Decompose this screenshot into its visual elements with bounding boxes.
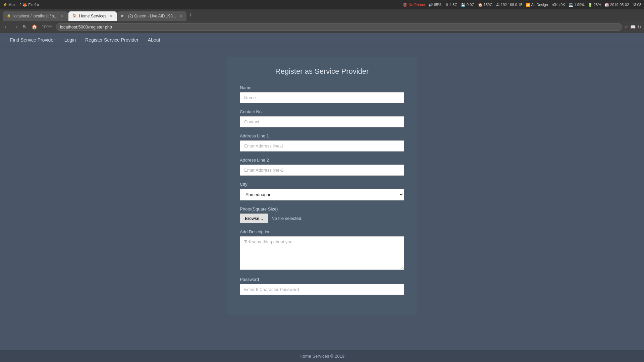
browse-button[interactable]: Browse...	[240, 214, 268, 223]
tab-favicon-queen: ▶	[121, 14, 126, 18]
zoom-level: 100%	[41, 24, 54, 29]
disk-status: 💾 0.0G	[461, 3, 475, 7]
ip-status: 🖧 192.168.0.15	[496, 3, 522, 7]
register-form-card: Register as Service Provider Name Contac…	[226, 57, 418, 314]
address1-field-group: Address Line 1	[240, 133, 404, 152]
batt-percent: 🔋 28%	[588, 3, 601, 7]
tabs-bar: 🔒 localhost / localhost / s... ✕ 🏠 Home …	[0, 9, 644, 21]
address1-input[interactable]	[240, 140, 404, 152]
address2-input[interactable]	[240, 165, 404, 176]
form-title: Register as Service Provider	[240, 67, 404, 76]
net-status: ↑0K ↓0K	[551, 3, 565, 7]
tab-label-localhost: localhost / localhost / s...	[13, 14, 57, 18]
tab-label-home: Home Services	[79, 14, 106, 18]
home-button[interactable]: 🏠	[30, 23, 39, 30]
url-input[interactable]	[56, 23, 622, 31]
description-label: Add Description	[240, 229, 404, 234]
reload-button[interactable]: ↻	[21, 23, 28, 30]
description-field-group: Add Description	[240, 229, 404, 271]
cpu-status: 💻 1.99%	[569, 3, 585, 7]
title-bar: ⚡ Main 2 🦊 Firefox 📵 No Phone 🔊 85% 🖥 4.…	[0, 0, 644, 9]
footer-text: Home Services © 2019	[300, 354, 344, 359]
name-label: Name	[240, 85, 404, 90]
browser-toolbar-icons: ☆ 📖 ↻	[624, 24, 641, 29]
address-bar: ← → ↻ 🏠 100% ☆ 📖 ↻	[0, 21, 644, 33]
page-content: Register as Service Provider Name Contac…	[0, 47, 644, 349]
storage-status: 🏠 159G	[478, 3, 493, 7]
name-field-group: Name	[240, 85, 404, 103]
browser-chrome: ⚡ Main 2 🦊 Firefox 📵 No Phone 🔊 85% 🖥 4.…	[0, 0, 644, 33]
photo-field-group: Photo(Square Size) Browse... No file sel…	[240, 206, 404, 223]
nav-find-service[interactable]: Find Service Provider	[5, 35, 60, 45]
nav-about[interactable]: About	[143, 35, 165, 45]
contact-field-group: Contact No.	[240, 109, 404, 127]
reader-mode-icon[interactable]: 📖	[630, 24, 636, 29]
tab-queen[interactable]: ▶ (2) Queen - Live AID 198... ✕	[117, 11, 186, 21]
tab-favicon-localhost: 🔒	[7, 14, 11, 18]
memory-status: 🖥 4.8G	[445, 3, 458, 7]
title-bar-left: ⚡ Main 2 🦊 Firefox	[3, 3, 40, 7]
wifi-status: 📶 As Design	[526, 3, 548, 7]
nav-menu: Find Service Provider Login Register Ser…	[0, 33, 644, 47]
battery-status: 🔊 85%	[428, 3, 441, 7]
no-phone-status: 📵 No Phone	[403, 3, 425, 7]
password-label: Password	[240, 277, 404, 282]
tab-home-services[interactable]: 🏠 Home Services ✕	[68, 11, 117, 21]
forward-button[interactable]: →	[12, 23, 19, 30]
password-field-group: Password	[240, 277, 404, 295]
tab-close-localhost[interactable]: ✕	[61, 14, 64, 18]
contact-input[interactable]	[240, 116, 404, 127]
sync-icon[interactable]: ↻	[638, 24, 641, 29]
name-input[interactable]	[240, 92, 404, 103]
address1-label: Address Line 1	[240, 133, 404, 138]
footer: Home Services © 2019	[0, 350, 644, 362]
title-bar-right: 📵 No Phone 🔊 85% 🖥 4.8G 💾 0.0G 🏠 159G 🖧 …	[403, 3, 641, 7]
new-tab-button[interactable]: +	[187, 12, 195, 19]
photo-label: Photo(Square Size)	[240, 206, 404, 212]
no-file-text: No file selected.	[271, 216, 303, 221]
city-select[interactable]: Ahmednagar Mumbai Pune Nashik Nagpur	[240, 189, 404, 200]
city-label: City	[240, 182, 404, 187]
bookmark-star-icon[interactable]: ☆	[624, 24, 628, 29]
contact-label: Contact No.	[240, 109, 404, 114]
city-field-group: City Ahmednagar Mumbai Pune Nashik Nagpu…	[240, 182, 404, 200]
file-upload-row: Browse... No file selected.	[240, 214, 404, 223]
back-button[interactable]: ←	[3, 23, 10, 30]
datetime-status: 📅 2019-05-02 13:08	[604, 3, 641, 7]
address2-field-group: Address Line 2	[240, 158, 404, 176]
nav-login[interactable]: Login	[60, 35, 80, 45]
tab-label-queen: (2) Queen - Live AID 198...	[128, 14, 176, 18]
address2-label: Address Line 2	[240, 158, 404, 163]
password-input[interactable]	[240, 284, 404, 295]
tab-localhost[interactable]: 🔒 localhost / localhost / s... ✕	[3, 11, 68, 21]
nav-register-service[interactable]: Register Service Provider	[80, 35, 143, 45]
tab-close-queen[interactable]: ✕	[179, 14, 182, 18]
tab-close-home[interactable]: ✕	[110, 14, 113, 18]
tab-favicon-home: 🏠	[72, 14, 77, 18]
description-textarea[interactable]	[240, 236, 404, 270]
app-label: ⚡ Main 2 🦊 Firefox	[3, 3, 40, 7]
